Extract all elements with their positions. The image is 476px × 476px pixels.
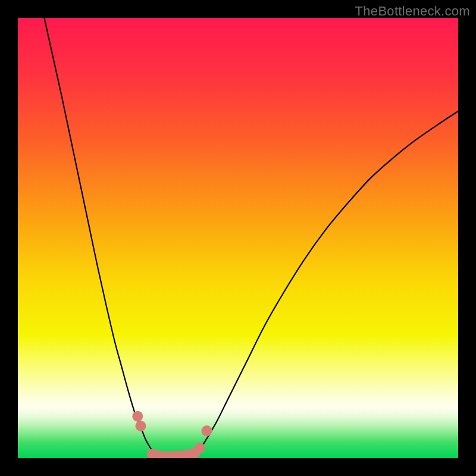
marker-dot [201,425,212,436]
plot-area [18,18,458,458]
marker-dot [195,443,205,453]
chart-frame: TheBottleneck.com [0,0,476,476]
marker-dot [135,421,146,431]
gradient-background [18,18,458,458]
marker-dot [132,411,143,422]
watermark-text: TheBottleneck.com [355,4,470,19]
chart-svg [18,18,458,458]
